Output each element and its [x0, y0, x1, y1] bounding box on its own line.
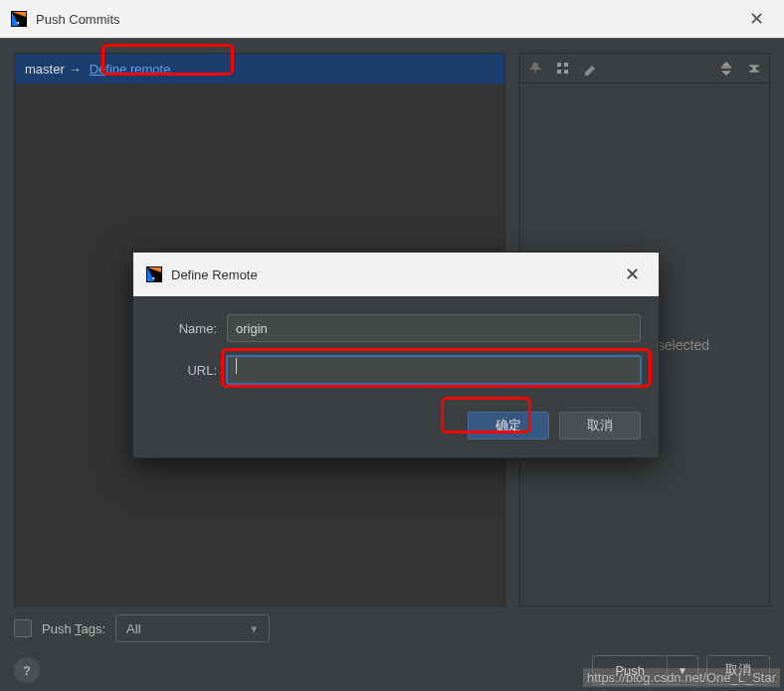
svg-rect-5: [564, 70, 568, 74]
watermark: https://blog.csdn.net/One_L_Star: [583, 668, 780, 687]
push-tags-checkbox[interactable]: [14, 619, 32, 637]
intellij-logo-icon: [145, 265, 163, 283]
help-button[interactable]: ?: [14, 657, 40, 683]
remote-name-input[interactable]: [227, 314, 641, 342]
edit-icon[interactable]: [582, 60, 600, 78]
push-tags-combobox[interactable]: All ▼: [115, 614, 270, 642]
intellij-logo-icon: [10, 10, 28, 28]
define-remote-link[interactable]: Define remote: [90, 62, 171, 77]
remote-url-input[interactable]: [227, 356, 641, 384]
name-label: Name:: [151, 321, 217, 336]
collapse-all-icon[interactable]: [745, 60, 763, 78]
window-close-button[interactable]: ✕: [738, 8, 774, 30]
expand-all-icon[interactable]: [717, 60, 735, 78]
chevron-down-icon: ▼: [249, 623, 259, 634]
local-branch-label: master: [25, 62, 65, 77]
dialog-cancel-button[interactable]: 取消: [559, 412, 641, 439]
dialog-ok-button[interactable]: 确定: [468, 412, 549, 439]
url-label: URL:: [151, 363, 217, 378]
dialog-title: Define Remote: [171, 267, 258, 282]
window-titlebar: Push Commits ✕: [0, 0, 784, 39]
svg-rect-3: [564, 63, 568, 67]
window-title: Push Commits: [36, 12, 120, 27]
dialog-close-button[interactable]: ✕: [617, 263, 647, 285]
svg-rect-4: [557, 70, 561, 74]
push-tags-selected: All: [126, 621, 140, 636]
grid-icon[interactable]: [554, 60, 572, 78]
svg-rect-2: [557, 63, 561, 67]
text-caret: [236, 358, 237, 374]
pin-icon[interactable]: [526, 60, 544, 78]
push-tags-label: Push Tags:: [42, 621, 105, 636]
define-remote-dialog: Define Remote ✕ Name: URL: 确定 取消: [132, 252, 660, 458]
branch-row[interactable]: master → Define remote: [15, 54, 504, 84]
arrow-right-icon: →: [69, 62, 82, 77]
